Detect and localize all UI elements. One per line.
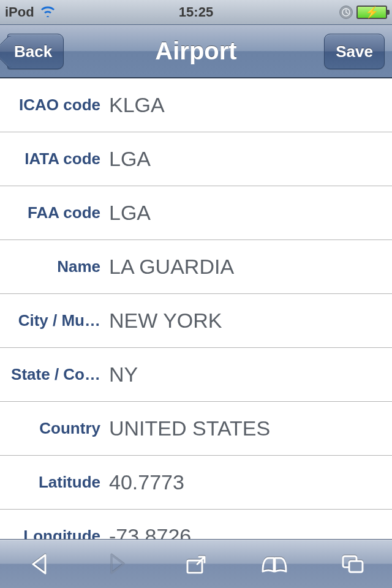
wifi-icon: [39, 4, 56, 21]
label-icao: ICAO code: [0, 96, 109, 115]
back-button[interactable]: Back: [7, 34, 64, 69]
battery-charging-icon: ⚡: [356, 6, 387, 19]
device-label: iPod: [5, 4, 34, 20]
browser-back-button[interactable]: [21, 546, 58, 582]
label-faa: FAA code: [0, 203, 109, 222]
input-latitude[interactable]: 40.7773: [109, 470, 383, 494]
nav-bar: Back Airport Save: [0, 24, 392, 78]
label-latitude: Latitude: [0, 473, 109, 492]
label-city: City / Mu…: [0, 311, 109, 330]
row-country: Country UNITED STATES: [0, 402, 392, 456]
form-content[interactable]: ICAO code KLGA IATA code LGA FAA code LG…: [0, 78, 392, 539]
label-state: State / Co…: [0, 365, 109, 384]
label-iata: IATA code: [0, 149, 109, 168]
status-bar: iPod 15:25 ⚡: [0, 0, 392, 24]
input-longitude[interactable]: -73.8726: [109, 524, 383, 539]
save-button[interactable]: Save: [324, 34, 385, 69]
row-faa: FAA code LGA: [0, 186, 392, 240]
input-state[interactable]: NY: [109, 363, 383, 386]
browser-forward-button[interactable]: [99, 546, 136, 582]
label-country: Country: [0, 419, 109, 438]
label-name: Name: [0, 257, 109, 276]
page-title: Airport: [155, 37, 236, 65]
input-icao[interactable]: KLGA: [109, 93, 383, 117]
alarm-icon: [339, 6, 353, 19]
input-name[interactable]: LA GUARDIA: [109, 255, 383, 279]
input-country[interactable]: UNITED STATES: [109, 417, 383, 440]
row-state: State / Co… NY: [0, 348, 392, 402]
tabs-button[interactable]: [334, 546, 371, 582]
bookmarks-button[interactable]: [256, 546, 293, 582]
row-longitude: Longitude -73.8726: [0, 510, 392, 539]
input-iata[interactable]: LGA: [109, 147, 383, 171]
input-faa[interactable]: LGA: [109, 201, 383, 225]
save-button-label: Save: [336, 42, 373, 61]
browser-toolbar: [0, 539, 392, 588]
row-city: City / Mu… NEW YORK: [0, 294, 392, 348]
row-iata: IATA code LGA: [0, 132, 392, 186]
back-button-label: Back: [14, 42, 52, 61]
row-name: Name LA GUARDIA: [0, 240, 392, 294]
clock: 15:25: [0, 4, 392, 20]
share-button[interactable]: [178, 546, 214, 582]
input-city[interactable]: NEW YORK: [109, 309, 383, 333]
svg-rect-3: [349, 561, 363, 572]
row-icao: ICAO code KLGA: [0, 78, 392, 132]
label-longitude: Longitude: [0, 527, 109, 539]
row-latitude: Latitude 40.7773: [0, 456, 392, 510]
